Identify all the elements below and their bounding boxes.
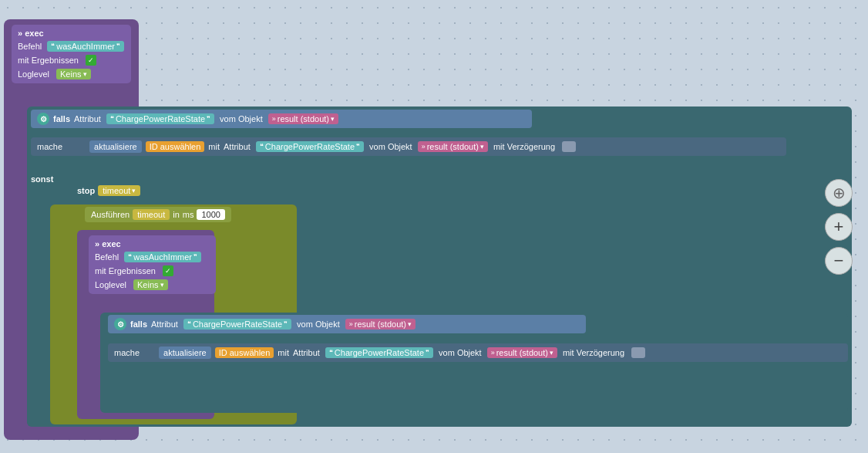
charge-power-badge[interactable]: ChargePowerRateState xyxy=(106,113,214,124)
mit-label: mit xyxy=(208,142,220,151)
delay-box[interactable] xyxy=(562,141,576,152)
mit-ergebnissen-inner: mit Ergebnissen xyxy=(95,266,156,276)
result-stdout-inner-badge[interactable]: result (stdout) xyxy=(345,319,415,330)
exec-inner-label: » exec xyxy=(95,239,121,248)
mit-verzogerung-label: mit Verzögerung xyxy=(493,142,555,151)
stop-label: stop xyxy=(77,186,95,195)
ms-label: ms xyxy=(183,210,194,219)
loglevel-inner-row: Loglevel Keins xyxy=(95,279,210,290)
loglevel-dropdown[interactable]: Keins xyxy=(56,69,91,79)
ergebnisse-row: mit Ergebnissen ✓ xyxy=(18,55,125,66)
falls-inner-block: ⚙ falls Attribut ChargePowerRateState vo… xyxy=(108,315,586,333)
mache-inner-header: mache aktualisiere ID auswählen mit Attr… xyxy=(108,343,848,362)
zoom-out-button[interactable]: − xyxy=(825,247,853,275)
timeout2-badge[interactable]: timeout xyxy=(133,209,170,220)
charge-power-badge2[interactable]: ChargePowerRateState xyxy=(256,141,364,152)
befehl-inner-row: Befehl wasAuchImmer xyxy=(95,252,210,262)
mache-inner-block: mache aktualisiere ID auswählen mit Attr… xyxy=(108,343,848,362)
sonst-label: sonst xyxy=(31,174,53,184)
loglevel-inner-dropdown[interactable]: Keins xyxy=(133,279,168,290)
stop-timeout-block: stop timeout xyxy=(77,185,140,196)
mit-ergebnissen-label: mit Ergebnissen xyxy=(18,56,79,65)
ausfuhren-block: Ausführen timeout in ms 1000 xyxy=(85,207,231,222)
command-inner-value[interactable]: wasAuchImmer xyxy=(124,252,201,262)
ergebnisse-inner-row: mit Ergebnissen ✓ xyxy=(95,265,210,276)
attribut-label: Attribut xyxy=(74,114,101,123)
result-stdout-badge[interactable]: result (stdout) xyxy=(268,113,338,124)
info-inner-icon: ⚙ xyxy=(114,318,126,330)
id-ausw-inner-badge[interactable]: ID auswählen xyxy=(215,347,274,358)
falls-label: falls xyxy=(53,114,70,123)
crosshair-button[interactable]: ⊕ xyxy=(825,179,853,207)
befehl-label: Befehl xyxy=(18,42,42,51)
mache-inner-label: mache xyxy=(114,348,140,357)
exec-label: » exec xyxy=(18,29,44,38)
id-ausw-badge[interactable]: ID auswählen xyxy=(146,141,205,152)
ergebnisse-checkbox[interactable]: ✓ xyxy=(86,55,96,66)
sonst-block: sonst xyxy=(31,174,53,184)
befehl-inner-label: Befehl xyxy=(95,252,119,262)
mit-verzogerung-inner-label: mit Verzögerung xyxy=(563,348,624,357)
vom-objekt-inner-label: vom Objekt xyxy=(297,319,340,329)
command-value[interactable]: wasAuchImmer xyxy=(47,41,124,52)
delay-inner-box[interactable] xyxy=(631,347,645,358)
vom-objekt-label2: vom Objekt xyxy=(369,142,412,151)
attribut-inner-label: Attribut xyxy=(151,319,178,329)
ms-value[interactable]: 1000 xyxy=(197,209,224,220)
canvas-controls: ⊕ + − xyxy=(825,179,853,275)
befehl-row: Befehl wasAuchImmer xyxy=(18,41,125,52)
vom-objekt-label: vom Objekt xyxy=(220,114,263,123)
ausfuhren-label: Ausführen xyxy=(91,210,130,219)
ergebnisse-inner-checkbox[interactable]: ✓ xyxy=(163,265,173,276)
exec-inner-block: » exec Befehl wasAuchImmer mit Ergebniss… xyxy=(89,235,216,294)
exec-top-label: » exec xyxy=(18,29,125,38)
attribut-label2: Attribut xyxy=(224,142,251,151)
result-stdout-badge2[interactable]: result (stdout) xyxy=(418,141,488,152)
falls-top-block: ⚙ falls Attribut ChargePowerRateState vo… xyxy=(31,110,532,128)
loglevel-inner-label: Loglevel xyxy=(95,280,126,289)
aktualisiere-inner-badge: aktualisiere xyxy=(159,347,211,359)
in-label: in xyxy=(173,210,180,219)
attribut-inner-label2: Attribut xyxy=(293,348,320,357)
info-icon: ⚙ xyxy=(37,113,49,125)
exec-inner-label-row: » exec xyxy=(95,239,210,248)
result-stdout-inner-badge2[interactable]: result (stdout) xyxy=(487,347,557,358)
mache-top-block: mache aktualisiere ID auswählen mit Attr… xyxy=(31,137,786,156)
loglevel-label: Loglevel xyxy=(18,69,49,79)
charge-power-inner-badge2[interactable]: ChargePowerRateState xyxy=(325,347,433,358)
falls-inner-label: falls xyxy=(130,319,147,329)
crosshair-icon: ⊕ xyxy=(833,184,846,202)
mache-header: mache aktualisiere ID auswählen mit Attr… xyxy=(31,137,786,156)
vom-objekt-inner-label2: vom Objekt xyxy=(439,348,482,357)
minus-icon: − xyxy=(834,251,844,271)
aktualisiere-badge: aktualisiere xyxy=(89,140,142,153)
falls-header: ⚙ falls Attribut ChargePowerRateState vo… xyxy=(31,110,532,128)
charge-power-inner-badge[interactable]: ChargePowerRateState xyxy=(183,319,291,330)
mache-label: mache xyxy=(37,142,62,151)
falls-inner-header: ⚙ falls Attribut ChargePowerRateState vo… xyxy=(108,315,586,333)
loglevel-row: Loglevel Keins xyxy=(18,69,125,79)
plus-icon: + xyxy=(834,217,844,237)
mit-inner-label: mit xyxy=(278,348,289,357)
exec-top-block: » exec Befehl wasAuchImmer mit Ergebniss… xyxy=(12,25,131,83)
timeout-badge[interactable]: timeout xyxy=(98,185,140,196)
zoom-in-button[interactable]: + xyxy=(825,213,853,241)
